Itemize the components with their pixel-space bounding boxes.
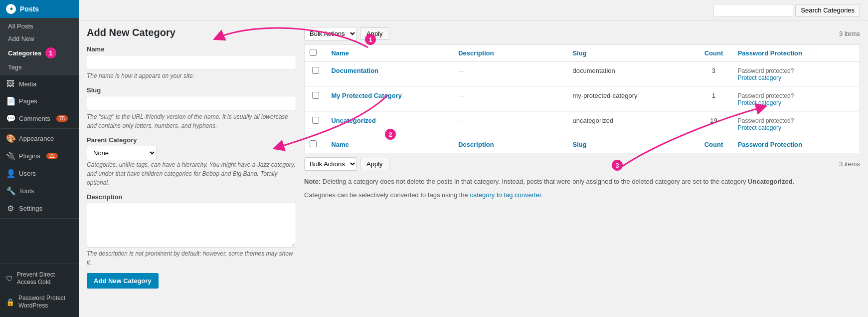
row-desc-cell: — bbox=[453, 87, 567, 112]
slug-input[interactable] bbox=[87, 96, 296, 110]
note-text2: Categories can be selectively converted … bbox=[304, 191, 470, 199]
th-name[interactable]: Name bbox=[326, 45, 453, 62]
row-checkbox[interactable] bbox=[312, 117, 319, 124]
row-protect-cell: Password protected? Protect category bbox=[733, 112, 860, 137]
row-name-cell: My Protected Category bbox=[326, 87, 453, 112]
note-text2-end: . bbox=[541, 191, 543, 199]
th-check bbox=[305, 45, 327, 62]
sidebar-plugins[interactable]: 🔌 Plugins 22 bbox=[0, 147, 79, 165]
name-hint: The name is how it appears on your site. bbox=[87, 71, 296, 80]
th-slug[interactable]: Slug bbox=[567, 45, 694, 62]
row-checkbox[interactable] bbox=[312, 67, 319, 74]
row-checkbox-cell bbox=[305, 87, 327, 112]
sidebar-users[interactable]: 👤 Users bbox=[0, 165, 79, 182]
category-name-link[interactable]: Uncategorized bbox=[331, 117, 376, 124]
table-row: My Protected Category — my-protected-cat… bbox=[305, 87, 860, 112]
sidebar-pda-gold[interactable]: 🛡 Prevent Direct Access Gold bbox=[0, 267, 79, 291]
th-count[interactable]: Count bbox=[694, 45, 732, 62]
row-slug: uncategorized bbox=[572, 117, 613, 124]
table-row: Documentation — documentation 3 Password… bbox=[305, 62, 860, 87]
row-checkbox-cell bbox=[305, 112, 327, 137]
slug-label: Slug bbox=[87, 86, 296, 94]
select-all-footer-checkbox[interactable] bbox=[310, 140, 317, 147]
slug-group: Slug The "slug" is the URL-friendly vers… bbox=[87, 86, 296, 130]
items-count-top: 3 items bbox=[839, 30, 860, 37]
slug-hint: The "slug" is the URL-friendly version o… bbox=[87, 112, 296, 130]
categories-table: Name Description Slug Count Password Pro… bbox=[304, 44, 860, 153]
note-area: Note: Deleting a category does not delet… bbox=[304, 177, 860, 201]
row-protect-cell: Password protected? Protect category bbox=[733, 62, 860, 87]
row-slug-cell: documentation bbox=[567, 62, 694, 87]
note-p1: Note: Deleting a category does not delet… bbox=[304, 177, 860, 187]
sidebar-settings[interactable]: ⚙ Settings bbox=[0, 200, 79, 217]
note-text1: Deleting a category does not delete the … bbox=[323, 178, 748, 185]
sidebar-tags[interactable]: Tags bbox=[0, 61, 79, 73]
category-name-link[interactable]: Documentation bbox=[331, 67, 378, 74]
plugins-icon: 🔌 bbox=[6, 151, 15, 161]
table-footer-row: Name Description Slug Count Password Pro… bbox=[305, 136, 860, 153]
media-icon: 🖼 bbox=[6, 79, 15, 88]
apply-button-bottom[interactable]: Apply bbox=[360, 158, 389, 170]
pages-icon: 📄 bbox=[6, 96, 15, 106]
sidebar-pages[interactable]: 📄 Pages bbox=[0, 92, 79, 110]
sidebar-comments[interactable]: 💬 Comments 75 bbox=[0, 110, 79, 127]
parent-group: Parent Category None Categories, unlike … bbox=[87, 136, 296, 187]
sidebar-add-new[interactable]: Add New bbox=[0, 32, 79, 45]
badge-1: 1 bbox=[45, 47, 56, 58]
table-header-row: Name Description Slug Count Password Pro… bbox=[305, 45, 860, 62]
name-input[interactable] bbox=[87, 55, 296, 69]
desc-group: Description The description is not promi… bbox=[87, 193, 296, 267]
name-label: Name bbox=[87, 45, 296, 53]
row-slug: documentation bbox=[572, 67, 615, 74]
desc-textarea[interactable] bbox=[87, 203, 296, 248]
tf-desc[interactable]: Description bbox=[453, 136, 567, 153]
select-all-checkbox[interactable] bbox=[310, 49, 317, 56]
form-panel: Add New Category Name The name is how it… bbox=[87, 27, 296, 311]
tf-slug[interactable]: Slug bbox=[567, 136, 694, 153]
tf-count[interactable]: Count bbox=[694, 136, 732, 153]
sidebar-appearance[interactable]: 🎨 Appearance bbox=[0, 130, 79, 147]
sidebar-ppwp[interactable]: 🔒 Password Protect WordPress bbox=[0, 291, 79, 314]
name-group: Name The name is how it appears on your … bbox=[87, 45, 296, 80]
sidebar-divider-2 bbox=[0, 218, 79, 219]
row-desc: — bbox=[458, 117, 465, 124]
row-protect-text: Password protected? bbox=[738, 117, 794, 124]
form-title: Add New Category bbox=[87, 27, 296, 38]
comments-icon: 💬 bbox=[6, 114, 15, 123]
row-protect-text: Password protected? bbox=[738, 92, 794, 99]
bulk-actions-select-top[interactable]: Bulk Actions bbox=[304, 27, 357, 40]
plugins-badge: 22 bbox=[46, 153, 58, 159]
row-slug-cell: my-protected-category bbox=[567, 87, 694, 112]
sidebar-all-posts[interactable]: All Posts bbox=[0, 20, 79, 32]
sidebar-tools[interactable]: 🔧 Tools bbox=[0, 182, 79, 200]
row-checkbox[interactable] bbox=[312, 92, 319, 99]
note-p2: Categories can be selectively converted … bbox=[304, 190, 860, 201]
apply-button-top[interactable]: Apply bbox=[360, 27, 389, 40]
sidebar-plugins-section: 🛡 Prevent Direct Access Gold 🔒 Password … bbox=[0, 264, 79, 317]
search-input[interactable] bbox=[713, 4, 793, 16]
row-checkbox-cell bbox=[305, 62, 327, 87]
bulk-bar-top: Bulk Actions Apply 3 items bbox=[304, 27, 860, 40]
protect-category-link[interactable]: Protect category bbox=[738, 74, 855, 81]
row-protect-cell: Password protected? Protect category bbox=[733, 87, 860, 112]
protect-category-link[interactable]: Protect category bbox=[738, 124, 855, 131]
sidebar-posts-header[interactable]: ✦ Posts bbox=[0, 0, 79, 18]
users-icon: 👤 bbox=[6, 169, 15, 178]
settings-icon: ⚙ bbox=[6, 204, 15, 213]
bulk-actions-select-bottom[interactable]: Bulk Actions bbox=[304, 157, 357, 171]
sidebar-categories[interactable]: Categories 1 bbox=[0, 45, 79, 61]
row-count-cell: 3 bbox=[694, 62, 732, 87]
category-tag-converter-link[interactable]: category to tag converter bbox=[470, 191, 541, 199]
row-slug: my-protected-category bbox=[572, 92, 637, 99]
tf-name[interactable]: Name bbox=[326, 136, 453, 153]
search-categories-button[interactable]: Search Categories bbox=[795, 4, 860, 16]
sidebar-divider-1 bbox=[0, 128, 79, 129]
appearance-icon: 🎨 bbox=[6, 134, 15, 143]
category-name-link[interactable]: My Protected Category bbox=[331, 92, 402, 99]
row-desc-cell: — bbox=[453, 112, 567, 137]
th-desc[interactable]: Description bbox=[453, 45, 567, 62]
protect-category-link[interactable]: Protect category bbox=[738, 99, 855, 106]
parent-select[interactable]: None bbox=[87, 146, 157, 160]
add-category-button[interactable]: Add New Category bbox=[87, 273, 159, 289]
sidebar-media[interactable]: 🖼 Media bbox=[0, 75, 79, 92]
